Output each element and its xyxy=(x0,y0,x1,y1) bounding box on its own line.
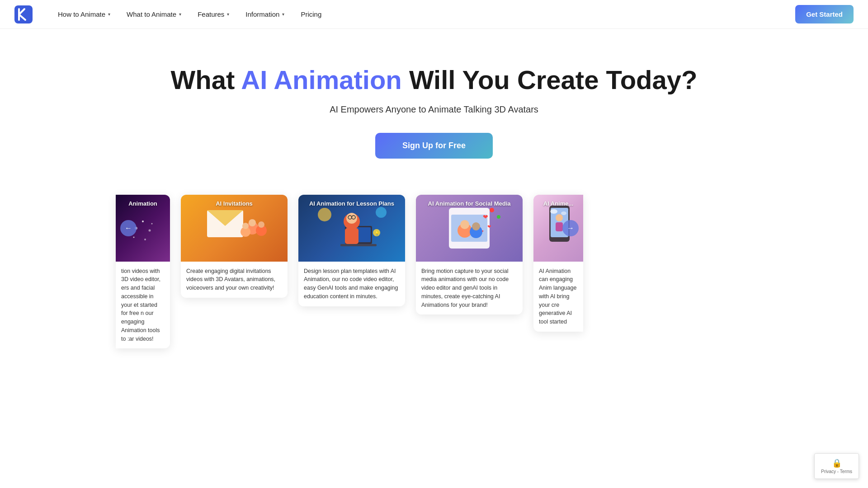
card-lesson-plans: AI Animation for Lesson Plans xyxy=(298,195,405,306)
card-5-title: AI Anime... xyxy=(533,200,583,207)
nav-links: How to Animate ▾ What to Animate ▾ Featu… xyxy=(51,7,795,22)
card-1-title: Animation xyxy=(116,200,170,207)
svg-point-5 xyxy=(151,223,153,224)
nav-label-what-to-animate: What to Animate xyxy=(127,10,176,18)
hero-title-part2: Will You Create Today? xyxy=(402,65,698,94)
card-2-illustration xyxy=(193,201,275,255)
card-2-thumbnail: AI Invitations xyxy=(181,195,288,262)
logo[interactable] xyxy=(14,5,33,23)
hero-title: What AI Animation Will You Create Today? xyxy=(18,65,850,95)
hero-section: What AI Animation Will You Create Today?… xyxy=(0,29,868,177)
card-ai-anime: AI Anime... → AI Animation can engaging … xyxy=(533,195,583,332)
svg-point-3 xyxy=(149,229,151,231)
card-2-title: AI Invitations xyxy=(181,200,288,207)
svg-rect-42 xyxy=(556,222,563,231)
cards-section: Animation ← tion videos with 3D video ed… xyxy=(0,177,868,376)
card-4-illustration: ❤ ❤ ❤ xyxy=(429,201,510,255)
card-1-thumbnail: Animation ← xyxy=(116,195,170,262)
nav-label-how-to-animate: How to Animate xyxy=(58,10,105,18)
nav-item-pricing[interactable]: Pricing xyxy=(293,7,329,22)
card-animation: Animation ← tion videos with 3D video ed… xyxy=(116,195,170,349)
svg-point-37 xyxy=(490,208,494,212)
card-4-description: Bring motion capture to your social medi… xyxy=(416,262,523,315)
svg-point-38 xyxy=(497,215,500,219)
svg-text:❤: ❤ xyxy=(483,213,488,221)
svg-point-12 xyxy=(249,219,256,226)
chevron-down-icon: ▾ xyxy=(179,12,181,17)
signup-button[interactable]: Sign Up for Free xyxy=(375,133,493,159)
svg-rect-0 xyxy=(14,5,33,23)
svg-rect-21 xyxy=(345,228,359,244)
nav-item-information[interactable]: Information ▾ xyxy=(238,7,292,22)
svg-point-13 xyxy=(258,221,264,228)
svg-text:❤: ❤ xyxy=(487,224,491,229)
chevron-down-icon: ▾ xyxy=(108,12,110,17)
card-ai-invitations: AI Invitations Create engaging digital i… xyxy=(181,195,288,298)
svg-point-16 xyxy=(376,207,387,218)
card-1-description: tion videos with 3D video editor, ers an… xyxy=(116,262,170,349)
hero-title-accent: AI Animation xyxy=(241,65,402,94)
card-3-illustration: 💡 xyxy=(311,201,392,255)
recaptcha-text: Privacy - Terms xyxy=(821,469,852,474)
svg-point-41 xyxy=(556,214,563,221)
svg-point-2 xyxy=(142,221,144,222)
nav-item-how-to-animate[interactable]: How to Animate ▾ xyxy=(51,7,118,22)
card-2-description: Create engaging digital invitations vide… xyxy=(181,262,288,298)
recaptcha-badge: 🔒 Privacy - Terms xyxy=(814,453,859,479)
svg-rect-19 xyxy=(340,244,377,246)
svg-point-14 xyxy=(242,223,249,229)
nav-label-features: Features xyxy=(198,10,224,18)
card-4-title: AI Animation for Social Media xyxy=(416,200,523,207)
nav-label-information: Information xyxy=(245,10,279,18)
hero-title-part1: What xyxy=(171,65,241,94)
svg-point-6 xyxy=(144,239,146,240)
hero-subtitle: AI Empowers Anyone to Animate Talking 3D… xyxy=(18,104,850,115)
card-social-media: AI Animation for Social Media ❤ ❤ ❤ Br xyxy=(416,195,523,315)
svg-point-44 xyxy=(561,211,566,215)
card-4-thumbnail: AI Animation for Social Media ❤ ❤ ❤ xyxy=(416,195,523,262)
next-arrow-button[interactable]: → xyxy=(562,220,579,236)
recaptcha-icon: 🔒 xyxy=(821,458,852,468)
card-5-description: AI Animation can engaging Anim language … xyxy=(533,262,583,332)
card-3-title: AI Animation for Lesson Plans xyxy=(298,200,405,207)
navbar: How to Animate ▾ What to Animate ▾ Featu… xyxy=(0,0,868,29)
nav-label-pricing: Pricing xyxy=(301,10,321,18)
prev-arrow-button[interactable]: ← xyxy=(120,220,137,236)
chevron-down-icon: ▾ xyxy=(227,12,229,17)
card-3-thumbnail: AI Animation for Lesson Plans xyxy=(298,195,405,262)
chevron-down-icon: ▾ xyxy=(282,12,284,17)
svg-point-43 xyxy=(550,209,557,214)
svg-point-4 xyxy=(133,236,135,238)
card-5-thumbnail: AI Anime... → xyxy=(533,195,583,262)
svg-point-15 xyxy=(318,208,331,221)
nav-item-what-to-animate[interactable]: What to Animate ▾ xyxy=(119,7,189,22)
svg-point-36 xyxy=(472,222,480,230)
svg-text:💡: 💡 xyxy=(375,231,379,235)
nav-item-features[interactable]: Features ▾ xyxy=(190,7,236,22)
get-started-button[interactable]: Get Started xyxy=(795,5,854,23)
svg-point-34 xyxy=(460,220,469,229)
card-3-description: Design lesson plan templates with AI Ani… xyxy=(298,262,405,306)
